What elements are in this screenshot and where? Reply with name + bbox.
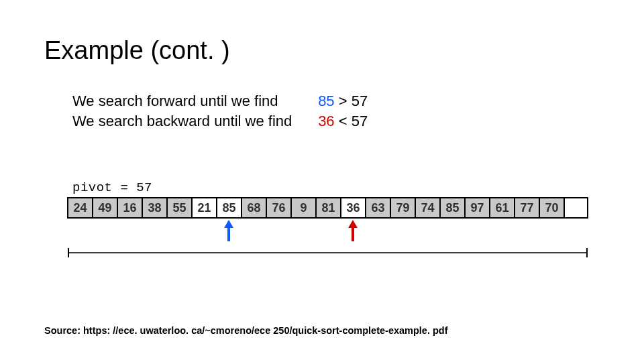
array-cell: 16 bbox=[117, 198, 142, 217]
array-cell: 38 bbox=[142, 198, 166, 217]
slide-body: We search forward until we find 85 > 57 … bbox=[72, 91, 368, 131]
array-cell: 61 bbox=[489, 198, 514, 217]
line2-value: 36 bbox=[318, 113, 334, 129]
array-cell: 36 bbox=[340, 198, 365, 217]
array-cell: 85 bbox=[216, 198, 241, 217]
array-cell: 49 bbox=[92, 198, 117, 217]
array-cell: 79 bbox=[390, 198, 415, 217]
backward-pointer-arrow bbox=[340, 219, 365, 243]
line1-value: 85 bbox=[318, 93, 334, 109]
line1-text: We search forward until we find bbox=[72, 91, 314, 111]
array-cell: 68 bbox=[241, 198, 266, 217]
body-line-2: We search backward until we find 36 < 57 bbox=[72, 111, 368, 131]
arrow-up-icon bbox=[222, 219, 235, 243]
array-cell: 21 bbox=[191, 198, 216, 217]
array-cell: 9 bbox=[290, 198, 315, 217]
array-cell: 74 bbox=[415, 198, 439, 217]
line2-text: We search backward until we find bbox=[72, 111, 314, 131]
array-cell: 77 bbox=[514, 198, 539, 217]
array-row: 24 49 16 38 55 21 85 68 76 9 81 36 63 79… bbox=[67, 197, 588, 219]
array-cell: 85 bbox=[439, 198, 464, 217]
body-line-1: We search forward until we find 85 > 57 bbox=[72, 91, 368, 111]
range-line-icon bbox=[67, 248, 588, 257]
source-citation: Source: https: //ece. uwaterloo. ca/~cmo… bbox=[44, 325, 448, 336]
line1-cmp: > 57 bbox=[335, 93, 368, 109]
array-cell: 76 bbox=[266, 198, 290, 217]
array-cell: 81 bbox=[315, 198, 340, 217]
arrow-up-icon bbox=[346, 219, 360, 243]
slide: Example (cont. ) We search forward until… bbox=[0, 0, 644, 362]
line2-cmp: < 57 bbox=[335, 113, 368, 129]
forward-pointer-arrow bbox=[216, 219, 241, 243]
array-cell: 70 bbox=[539, 198, 564, 217]
slide-title: Example (cont. ) bbox=[44, 36, 230, 65]
array-cell: 24 bbox=[67, 198, 92, 217]
array-cell: 97 bbox=[464, 198, 489, 217]
array-cell: 55 bbox=[166, 198, 191, 217]
array-cell-empty bbox=[564, 198, 588, 217]
array-cell: 63 bbox=[365, 198, 390, 217]
pivot-label: pivot = 57 bbox=[72, 180, 152, 195]
